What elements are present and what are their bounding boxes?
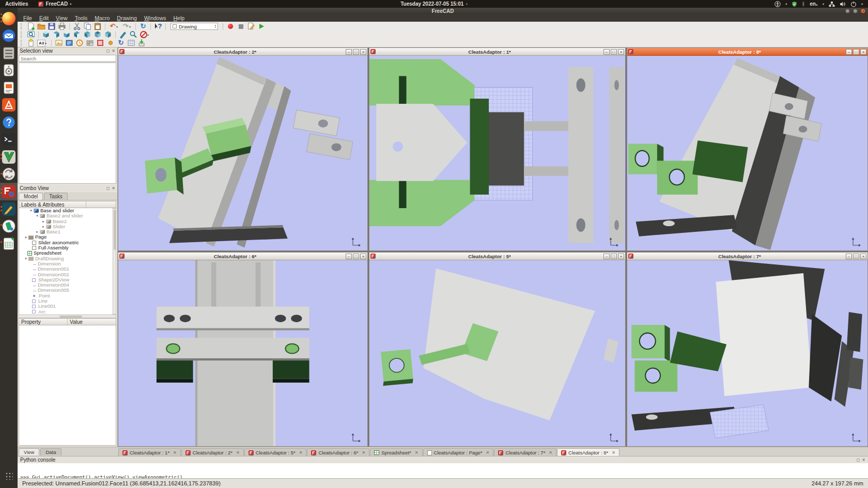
axonometric-view-button[interactable] — [41, 30, 51, 39]
workbench-selector[interactable]: Drawing ▴▾ — [171, 23, 218, 30]
thunderbird-icon[interactable] — [2, 29, 16, 42]
mdi-minimize-button[interactable]: – — [603, 49, 610, 55]
float-panel-icon[interactable]: ◻ — [106, 49, 110, 53]
close-window-button[interactable]: × — [861, 9, 865, 13]
mdi-minimize-button[interactable]: – — [603, 254, 610, 259]
draft-clone-button[interactable] — [74, 39, 85, 47]
toolbar-handle[interactable] — [21, 32, 24, 38]
tab-tasks[interactable]: Tasks — [44, 193, 68, 200]
expander-icon[interactable]: ▾ — [23, 256, 28, 261]
3d-viewport[interactable] — [118, 260, 367, 446]
macro-play-button[interactable] — [256, 22, 267, 30]
tree-item[interactable]: Point — [19, 293, 116, 298]
mdi-title-bar[interactable]: CleatsAdaptor : 8* – □ × — [627, 48, 867, 56]
close-tab-icon[interactable]: ✕ — [486, 450, 490, 455]
tree-item[interactable]: Spreadsheet — [19, 250, 116, 256]
builder-icon[interactable] — [2, 202, 16, 216]
close-tab-icon[interactable]: ✕ — [362, 450, 366, 455]
open-file-button[interactable] — [36, 22, 47, 30]
menu-tools[interactable]: Tools — [71, 15, 91, 22]
document-tab[interactable]: Spreadsheet*✕ — [370, 448, 422, 456]
mdi-minimize-button[interactable]: – — [846, 254, 852, 259]
mdi-title-bar[interactable]: CleatsAdaptor : 2* – □ × — [118, 48, 367, 56]
paper-size-dropdown[interactable]: ▾ — [45, 41, 49, 45]
document-tab[interactable]: CleatsAdaptor : 5*✕ — [244, 448, 307, 456]
maximize-window-button[interactable] — [853, 9, 858, 13]
document-tab[interactable]: CleatsAdaptor : 6*✕ — [307, 448, 369, 456]
menu-edit[interactable]: Edit — [36, 15, 52, 22]
menu-drawing[interactable]: Drawing — [113, 15, 141, 22]
expander-icon[interactable]: ▸ — [41, 224, 46, 229]
mdi-close-button[interactable]: × — [360, 49, 366, 55]
3d-viewport[interactable] — [118, 56, 367, 250]
mdi-close-button[interactable]: × — [618, 254, 624, 259]
document-tab[interactable]: CleatsAdaptor : 7*✕ — [494, 448, 556, 456]
bluetooth-icon[interactable]: ᛒ — [802, 2, 805, 7]
terminal-icon[interactable] — [2, 133, 16, 146]
spreadsheet-view-button[interactable]: ↻ — [116, 39, 126, 47]
tree-item[interactable]: ▸Base1 — [19, 229, 116, 234]
float-panel-icon[interactable]: ◻ — [857, 458, 860, 462]
mdi-minimize-button[interactable]: – — [346, 49, 352, 55]
tree-item[interactable]: ▸Slider — [19, 224, 116, 229]
mdi-restore-button[interactable]: □ — [611, 254, 617, 259]
file-cabinet-icon[interactable] — [2, 46, 16, 60]
mdi-minimize-button[interactable]: – — [346, 254, 352, 259]
expander-icon[interactable]: ▸ — [41, 219, 46, 224]
tree-horizontal-scrollbar[interactable] — [19, 314, 116, 318]
menu-file[interactable]: File — [20, 15, 36, 22]
tab-model[interactable]: Model — [19, 193, 43, 200]
tab-view[interactable]: View — [19, 448, 39, 455]
whats-this-button[interactable]: ? — [153, 22, 163, 30]
libreoffice-calc-icon[interactable] — [2, 237, 16, 250]
spinner-icons[interactable]: ▴▾ — [215, 24, 216, 28]
redo-dropdown[interactable]: ▾ — [129, 25, 133, 28]
macro-edit-button[interactable] — [246, 22, 256, 30]
accessibility-icon[interactable] — [774, 1, 781, 7]
menu-windows[interactable]: Windows — [141, 15, 170, 22]
print-button[interactable] — [57, 22, 67, 30]
property-column-header[interactable]: Property — [19, 319, 68, 325]
mdi-restore-button[interactable]: □ — [853, 254, 859, 259]
draft-symbol-button[interactable] — [95, 39, 105, 47]
close-panel-icon[interactable]: ✕ — [112, 186, 115, 191]
help-icon[interactable] — [2, 116, 16, 129]
volume-icon[interactable] — [840, 1, 846, 7]
close-panel-icon[interactable]: ✕ — [862, 458, 865, 462]
selection-list[interactable] — [19, 62, 116, 184]
document-tab[interactable]: CleatsAdaptor : 2*✕ — [181, 448, 244, 456]
mdi-title-bar[interactable]: CleatsAdaptor : 6* – □ × — [118, 253, 367, 260]
document-tab[interactable]: CleatsAdaptor : 1*✕ — [118, 448, 181, 456]
software-updater-icon[interactable] — [2, 167, 16, 181]
refresh-button[interactable]: ↻ — [138, 22, 148, 30]
3d-viewport[interactable] — [369, 260, 625, 446]
front-view-button[interactable] — [51, 30, 61, 39]
keyboard-layout-indicator[interactable]: en₁ — [810, 1, 818, 7]
tree-item[interactable]: Line001 — [19, 304, 116, 309]
right-view-button[interactable] — [72, 30, 82, 39]
close-tab-icon[interactable]: ✕ — [549, 450, 552, 455]
measure-button[interactable] — [118, 30, 128, 39]
mdi-restore-button[interactable]: □ — [853, 49, 859, 55]
tree-header-label[interactable]: Labels & Attributes — [19, 201, 86, 208]
ortho-views-button[interactable] — [85, 39, 95, 47]
3d-viewport[interactable] — [369, 56, 625, 250]
clock[interactable]: Tuesday 2022-07-05 15:01 ▪ — [400, 1, 468, 7]
new-drawing-default-button[interactable] — [26, 39, 36, 47]
close-tab-icon[interactable]: ✕ — [236, 450, 240, 455]
left-view-button[interactable] — [103, 30, 113, 39]
network-icon[interactable] — [829, 1, 835, 7]
projection-table-button[interactable] — [126, 39, 136, 47]
close-tab-icon[interactable]: ✕ — [299, 450, 303, 455]
mdi-restore-button[interactable]: □ — [611, 49, 617, 55]
mdi-close-button[interactable]: × — [860, 254, 866, 259]
macro-stop-button[interactable] — [236, 22, 246, 30]
mdi-close-button[interactable]: × — [360, 254, 366, 259]
undo-dropdown[interactable]: ▾ — [116, 25, 120, 28]
copy-button[interactable] — [82, 22, 92, 30]
vim-icon[interactable] — [2, 150, 16, 164]
firefox-icon[interactable] — [2, 12, 16, 25]
tree-item[interactable]: ▸Base2 — [19, 219, 116, 224]
ubuntu-software-icon[interactable] — [2, 98, 16, 112]
search-input[interactable] — [19, 55, 116, 62]
